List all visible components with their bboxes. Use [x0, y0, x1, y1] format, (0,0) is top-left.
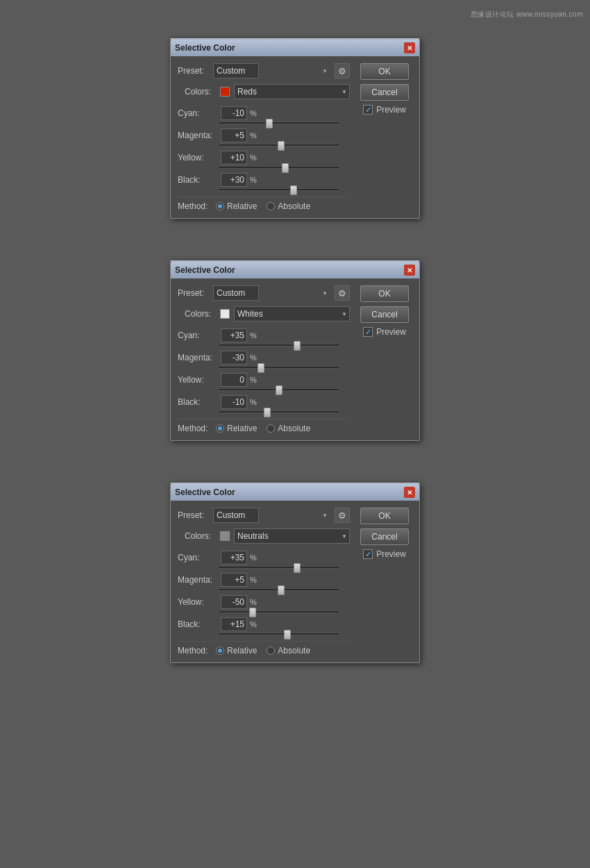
slider-row-3: Black:% — [178, 173, 350, 187]
slider-value-3[interactable] — [221, 395, 247, 409]
slider-thumb-3[interactable] — [284, 630, 291, 640]
slider-track-2[interactable] — [218, 388, 340, 391]
radio-item-relative[interactable]: Relative — [216, 424, 257, 433]
slider-track-2[interactable] — [218, 166, 340, 169]
close-button[interactable]: ✕ — [404, 42, 415, 53]
slider-value-1[interactable] — [221, 351, 247, 365]
radio-circle-relative[interactable] — [216, 202, 224, 210]
slider-value-0[interactable] — [221, 106, 247, 120]
slider-percent-3: % — [250, 176, 258, 184]
slider-track-1[interactable] — [218, 144, 340, 147]
slider-track-3[interactable] — [218, 188, 340, 191]
preset-select[interactable]: Custom — [213, 285, 259, 301]
slider-thumb-2[interactable] — [282, 163, 289, 173]
slider-thumb-0[interactable] — [266, 119, 273, 128]
slider-label-3: Black: — [178, 397, 218, 407]
slider-percent-0: % — [250, 109, 258, 117]
close-button[interactable]: ✕ — [404, 265, 415, 276]
cancel-button[interactable]: Cancel — [360, 528, 409, 545]
slider-track-1[interactable] — [218, 588, 340, 591]
preset-select-wrapper: Custom — [213, 285, 330, 301]
slider-track-1[interactable] — [218, 366, 340, 369]
radio-circle-relative[interactable] — [216, 646, 224, 655]
radio-item-absolute[interactable]: Absolute — [267, 646, 310, 656]
slider-value-1[interactable] — [221, 128, 247, 142]
slider-value-2[interactable] — [221, 595, 247, 609]
slider-group-1: Magenta:% — [178, 351, 350, 369]
slider-group-0: Cyan:% — [178, 551, 350, 569]
radio-item-absolute[interactable]: Absolute — [267, 201, 310, 211]
dialog-title: Selective Color — [175, 43, 235, 53]
slider-track-0[interactable] — [218, 344, 340, 347]
radio-item-absolute[interactable]: Absolute — [267, 424, 310, 433]
ok-button[interactable]: OK — [360, 508, 409, 524]
radio-item-relative[interactable]: Relative — [216, 646, 257, 656]
preset-label: Preset: — [178, 66, 209, 76]
slider-track-3[interactable] — [218, 633, 340, 635]
slider-thumb-0[interactable] — [294, 341, 301, 351]
gear-button[interactable]: ⚙ — [335, 285, 350, 301]
slider-value-3[interactable] — [221, 173, 247, 187]
preset-select[interactable]: Custom — [213, 63, 259, 78]
slider-value-0[interactable] — [221, 551, 247, 565]
slider-value-0[interactable] — [221, 328, 247, 342]
slider-thumb-1[interactable] — [278, 141, 285, 151]
radio-label-relative: Relative — [227, 646, 257, 656]
slider-percent-3: % — [250, 398, 258, 406]
color-swatch — [220, 531, 230, 541]
slider-track-0[interactable] — [218, 122, 340, 124]
gear-button[interactable]: ⚙ — [335, 63, 350, 78]
slider-track-0[interactable] — [218, 566, 340, 569]
slider-row-1: Magenta:% — [178, 573, 350, 587]
slider-group-3: Black:% — [178, 395, 350, 413]
color-select-wrapper: Reds — [234, 84, 350, 99]
color-select-wrapper: Whites — [234, 306, 350, 322]
radio-circle-absolute[interactable] — [267, 424, 275, 433]
radio-circle-absolute[interactable] — [267, 202, 275, 210]
slider-value-1[interactable] — [221, 573, 247, 587]
radio-label-relative: Relative — [227, 424, 257, 433]
radio-item-relative[interactable]: Relative — [216, 201, 257, 211]
colors-label: Colors: — [185, 531, 216, 541]
close-button[interactable]: ✕ — [404, 487, 415, 498]
slider-row-2: Yellow:% — [178, 595, 350, 609]
slider-thumb-2[interactable] — [276, 385, 283, 395]
radio-label-absolute: Absolute — [278, 201, 310, 211]
slider-label-2: Yellow: — [178, 597, 218, 607]
color-select[interactable]: Neutrals — [234, 528, 350, 544]
slider-track-container-3 — [218, 633, 350, 635]
cancel-button[interactable]: Cancel — [360, 84, 409, 101]
preview-checkbox[interactable] — [363, 105, 373, 115]
preview-checkbox[interactable] — [363, 327, 373, 337]
color-select[interactable]: Reds — [234, 84, 350, 99]
slider-thumb-1[interactable] — [278, 585, 285, 595]
method-label: Method: — [178, 424, 209, 433]
cancel-button[interactable]: Cancel — [360, 306, 409, 323]
radio-label-relative: Relative — [227, 201, 257, 211]
preview-checkbox[interactable] — [363, 549, 373, 559]
method-row: Method:RelativeAbsolute — [178, 641, 350, 656]
slider-label-0: Cyan: — [178, 553, 218, 562]
slider-thumb-3[interactable] — [264, 408, 271, 417]
radio-circle-absolute[interactable] — [267, 646, 275, 655]
radio-group: RelativeAbsolute — [216, 201, 310, 211]
color-select[interactable]: Whites — [234, 306, 350, 322]
slider-thumb-0[interactable] — [294, 563, 301, 573]
slider-thumb-3[interactable] — [290, 185, 297, 195]
radio-circle-relative[interactable] — [216, 424, 224, 433]
slider-value-2[interactable] — [221, 151, 247, 165]
slider-track-2[interactable] — [218, 610, 340, 613]
slider-percent-2: % — [250, 376, 258, 384]
slider-thumb-2[interactable] — [249, 608, 256, 617]
slider-value-3[interactable] — [221, 617, 247, 631]
dialog-2: Selective Color✕Preset:Custom⚙Colors:Whi… — [170, 260, 420, 441]
gear-button[interactable]: ⚙ — [335, 508, 350, 523]
slider-label-1: Magenta: — [178, 353, 218, 362]
ok-button[interactable]: OK — [360, 63, 409, 80]
ok-button[interactable]: OK — [360, 285, 409, 302]
slider-value-2[interactable] — [221, 373, 247, 387]
slider-thumb-1[interactable] — [258, 363, 264, 373]
preset-select[interactable]: Custom — [213, 508, 259, 523]
slider-percent-1: % — [250, 131, 258, 140]
slider-track-3[interactable] — [218, 410, 340, 413]
